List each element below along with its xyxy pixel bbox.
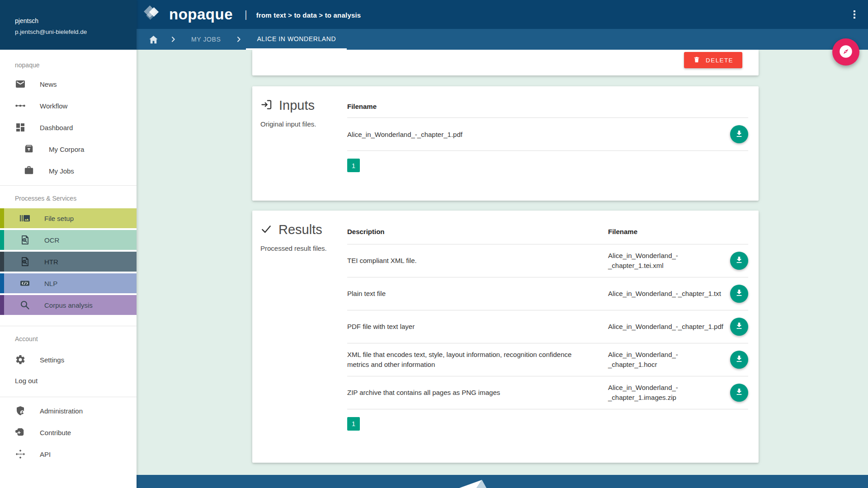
section-label-nopaque: nopaque (0, 50, 137, 73)
sidebar-item-my-jobs[interactable]: My Jobs (0, 160, 137, 182)
sidebar: pjentsch p.jentsch@uni-bielefeld.de nopa… (0, 0, 137, 488)
results-table: Description Filename TEI compliant XML f… (347, 211, 748, 431)
admin-shield-icon (15, 405, 26, 416)
download-icon (735, 129, 744, 140)
download-button[interactable] (730, 252, 748, 270)
table-row: TEI compliant XML file. Alice_in_Wonderl… (347, 244, 748, 277)
result-description: XML file that encodes text, style, layou… (347, 350, 600, 370)
sidebar-item-label: News (40, 80, 57, 88)
sidebar-item-contribute[interactable]: Contribute (0, 422, 137, 443)
results-title: Results (278, 222, 322, 237)
sidebar-item-label: Settings (40, 356, 64, 364)
download-button[interactable] (730, 285, 748, 303)
sidebar-item-label: Administration (40, 407, 83, 415)
gear-icon (15, 354, 26, 365)
result-description: TEI compliant XML file. (347, 256, 600, 266)
result-description: Plain text file (347, 289, 600, 299)
table-row: Plain text file Alice_in_Wonderland_-_ch… (347, 277, 748, 310)
accent-bar (0, 295, 4, 315)
archive-box-icon (24, 144, 35, 155)
sidebar-item-htr[interactable]: HTR (0, 252, 137, 272)
more-vert-icon[interactable] (845, 5, 863, 23)
table-row: ZIP archive that contains all pages as P… (347, 376, 748, 409)
brand-separator: | (245, 9, 247, 20)
briefcase-icon (24, 165, 35, 176)
sidebar-item-label: Dashboard (40, 124, 73, 131)
check-icon (260, 223, 272, 237)
sidebar-item-dashboard[interactable]: Dashboard (0, 117, 137, 138)
filename-column-header: Filename (608, 227, 725, 237)
sidebar-item-ocr[interactable]: OCR (0, 230, 137, 250)
email-icon (15, 79, 26, 89)
sidebar-item-logout[interactable]: Log out (0, 371, 137, 390)
app-root: nopaque | from text > to data > to analy… (0, 0, 868, 488)
sidebar-item-workflow[interactable]: Workflow (0, 95, 137, 117)
download-button[interactable] (730, 318, 748, 336)
sidebar-item-label: Contribute (40, 429, 71, 436)
sidebar-item-label: My Corpora (49, 145, 84, 153)
sidebar-item-label: Workflow (40, 102, 67, 110)
table-row: XML file that encodes text, style, layou… (347, 343, 748, 376)
section-label-account: Account (0, 326, 137, 349)
sidebar-item-file-setup[interactable]: File setup (0, 208, 137, 228)
table-row: Alice_in_Wonderland_-_chapter_1.pdf (347, 118, 748, 151)
result-filename: Alice_in_Wonderland_-_chapter_1.hocr (608, 350, 725, 370)
results-card-header: Results Processed result files. (260, 222, 343, 252)
sidebar-item-api[interactable]: API (0, 443, 137, 465)
dashboard-icon (15, 122, 26, 133)
result-filename: Alice_in_Wonderland_-_chapter_1.txt (608, 289, 725, 299)
results-table-header: Description Filename (347, 211, 748, 244)
sidebar-item-corpus-analysis[interactable]: Corpus analysis (0, 295, 137, 315)
download-icon (735, 321, 744, 332)
user-email: p.jentsch@uni-bielefeld.de (15, 28, 129, 35)
code-badge-icon (19, 278, 30, 289)
download-icon (735, 288, 744, 299)
home-icon[interactable] (137, 29, 166, 50)
result-filename: Alice_in_Wonderland_-_chapter_1.pdf (608, 322, 725, 332)
page-footer (137, 475, 868, 488)
sidebar-item-label: My Jobs (49, 167, 74, 175)
nopaque-logo-icon (143, 4, 165, 25)
accent-bar (0, 230, 4, 250)
compass-icon (839, 45, 853, 60)
sidebar-item-label: HTR (44, 258, 58, 266)
brand[interactable]: nopaque | from text > to data > to analy… (143, 0, 361, 29)
inputs-pagination-page-1[interactable]: 1 (347, 159, 360, 172)
inputs-subtitle: Original input files. (260, 120, 343, 128)
sidebar-item-settings[interactable]: Settings (0, 349, 137, 371)
paper-plane-logo (458, 479, 487, 488)
inputs-card: Inputs Original input files. Filename Al… (252, 86, 759, 201)
result-description: PDF file with text layer (347, 322, 600, 332)
download-button[interactable] (730, 125, 748, 143)
delete-button-label: DELETE (706, 57, 733, 64)
breadcrumb-my-jobs[interactable]: MY JOBS (180, 29, 231, 50)
download-button[interactable] (730, 384, 748, 402)
manual-fab-button[interactable] (832, 38, 859, 66)
results-pagination-page-1[interactable]: 1 (347, 417, 360, 431)
sidebar-item-administration[interactable]: Administration (0, 400, 137, 422)
delete-button[interactable]: DELETE (684, 52, 742, 68)
chevron-right-icon (231, 29, 246, 50)
inputs-card-header: Inputs Original input files. (260, 98, 343, 128)
user-name: pjentsch (15, 17, 129, 24)
result-filename: Alice_in_Wonderland_-_chapter_1.images.z… (608, 383, 725, 403)
contribute-icon (15, 427, 26, 438)
breadcrumb: MY JOBS ALICE IN WONDERLAND (137, 29, 868, 50)
input-icon (260, 99, 273, 113)
download-button[interactable] (730, 351, 748, 369)
sidebar-item-my-corpora[interactable]: My Corpora (0, 138, 137, 160)
search-icon (19, 300, 30, 310)
inputs-table: Filename Alice_in_Wonderland_-_chapter_1… (347, 86, 748, 172)
find-in-page-icon (19, 235, 30, 245)
results-card: Results Processed result files. Descript… (252, 211, 759, 463)
sidebar-item-label: Corpus analysis (44, 301, 93, 309)
sidebar-item-news[interactable]: News (0, 73, 137, 95)
sidebar-item-nlp[interactable]: NLP (0, 273, 137, 293)
sidebar-item-label: NLP (44, 280, 57, 287)
inputs-table-header: Filename (347, 86, 748, 118)
breadcrumb-current-job[interactable]: ALICE IN WONDERLAND (246, 29, 347, 50)
sidebar-item-label: API (40, 450, 51, 458)
brand-tagline: from text > to data > to analysis (256, 10, 361, 19)
section-label-services: Processes & Services (0, 186, 137, 208)
accent-bar (0, 208, 4, 228)
